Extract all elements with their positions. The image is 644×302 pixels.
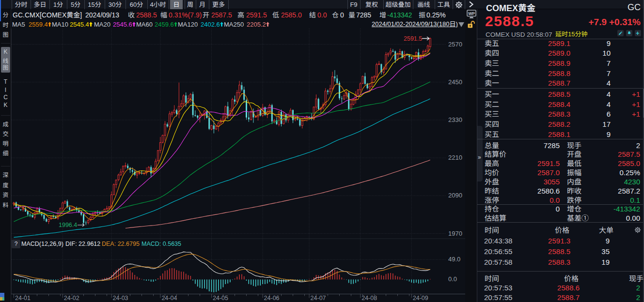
svg-text:24-06: 24-06 — [264, 295, 280, 302]
svg-text:24-05: 24-05 — [213, 295, 228, 302]
svg-text:24-08: 24-08 — [361, 295, 377, 302]
svg-text:49.0: 49.0 — [448, 256, 460, 263]
svg-text:1996.4: 1996.4 — [59, 222, 77, 228]
svg-text:1970: 1970 — [448, 230, 462, 237]
svg-text:WP: WP — [468, 11, 475, 16]
svg-text:24-04: 24-04 — [161, 295, 177, 302]
svg-text:24-09: 24-09 — [413, 295, 428, 302]
svg-text:2570: 2570 — [448, 41, 462, 48]
svg-text:24-02: 24-02 — [64, 295, 79, 302]
svg-text:2090: 2090 — [448, 192, 462, 199]
svg-text:24-07: 24-07 — [311, 295, 326, 302]
svg-text:24-01: 24-01 — [15, 295, 31, 302]
svg-text:0.0: 0.0 — [448, 275, 457, 283]
svg-text:2330: 2330 — [448, 116, 462, 123]
svg-text:2450: 2450 — [448, 78, 462, 86]
svg-text:2591.5: 2591.5 — [404, 35, 422, 42]
svg-text:24-03: 24-03 — [113, 295, 128, 302]
svg-text:2210: 2210 — [448, 154, 462, 161]
